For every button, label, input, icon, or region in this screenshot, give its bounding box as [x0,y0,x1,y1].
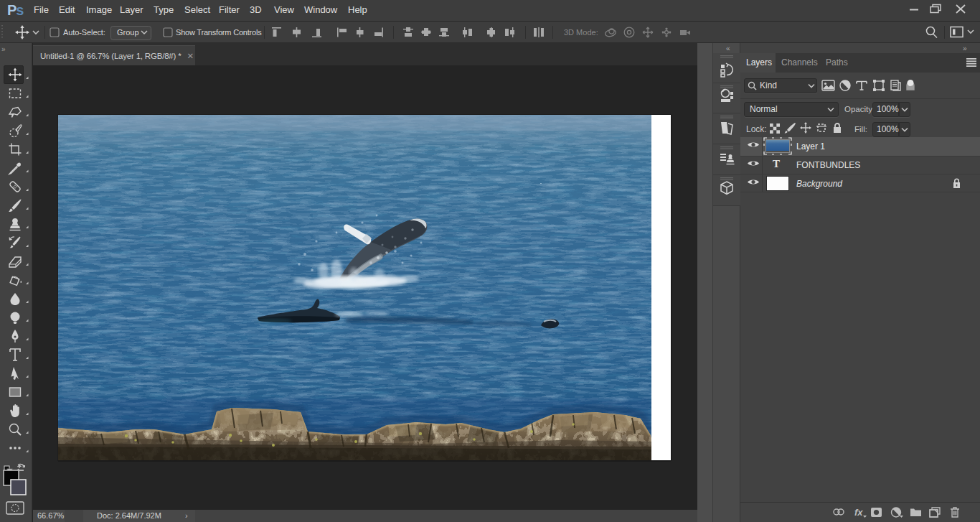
svg-text:fx: fx [854,507,863,518]
